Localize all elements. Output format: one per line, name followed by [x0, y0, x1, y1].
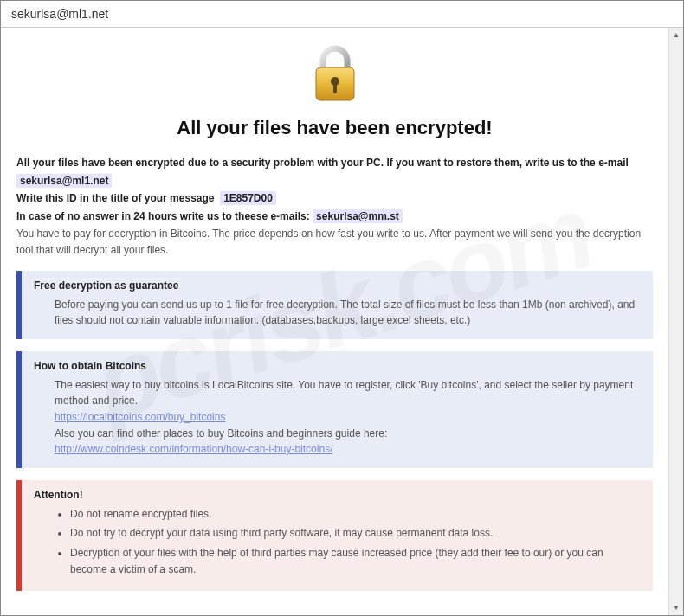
intro-line1: All your files have been encrypted due t… [16, 157, 629, 169]
svg-rect-2 [333, 83, 337, 93]
lock-icon [307, 43, 363, 108]
intro-id-prefix: Write this ID in the title of your messa… [16, 192, 215, 204]
window-title-text: sekurlsa@ml1.net [11, 7, 108, 21]
main-heading: All your files have been encrypted! [16, 117, 653, 139]
vertical-scrollbar[interactable]: ▲ ▼ [668, 28, 683, 615]
attention-list: Do not rename encrypted files. Do not tr… [55, 506, 641, 577]
window-titlebar: sekurlsa@ml1.net [1, 1, 683, 28]
btc-line1: The easiest way to buy bitcoins is Local… [55, 377, 641, 409]
content-wrap: All your files have been encrypted! All … [1, 28, 683, 615]
main-content: All your files have been encrypted! All … [1, 28, 668, 615]
panel-guarantee-title: Free decryption as guarantee [34, 279, 641, 292]
list-item: Do not rename encrypted files. [70, 506, 641, 523]
list-item: Do not try to decrypt your data using th… [70, 525, 641, 542]
list-item: Decryption of your files with the help o… [70, 545, 641, 577]
scroll-down-icon[interactable]: ▼ [669, 600, 683, 615]
intro-block: All your files have been encrypted due t… [16, 155, 653, 259]
panel-attention-title: Attention! [34, 489, 641, 501]
panel-guarantee: Free decryption as guarantee Before payi… [16, 271, 653, 339]
scroll-up-icon[interactable]: ▲ [669, 28, 683, 42]
panel-guarantee-body: Before paying you can send us up to 1 fi… [34, 297, 641, 329]
hero-section: All your files have been encrypted! [16, 36, 653, 139]
intro-email2: sekurlsa@mm.st [313, 209, 403, 223]
intro-email2-prefix: In case of no answer in 24 hours write u… [16, 210, 310, 222]
btc-line2: Also you can find other places to buy Bi… [55, 426, 641, 442]
panel-attention: Attention! Do not rename encrypted files… [16, 480, 653, 591]
ransom-window: sekurlsa@ml1.net [0, 0, 684, 616]
intro-payment-desc: You have to pay for decryption in Bitcoi… [16, 226, 653, 258]
intro-id-value: 1E857D00 [220, 191, 276, 205]
btc-link1[interactable]: https://localbitcoins.com/buy_bitcoins [55, 411, 225, 423]
panel-bitcoins: How to obtain Bitcoins The easiest way t… [16, 351, 653, 468]
btc-link2[interactable]: http://www.coindesk.com/information/how-… [55, 443, 332, 455]
panel-bitcoins-title: How to obtain Bitcoins [34, 360, 641, 372]
intro-email1: sekurlsa@ml1.net [16, 174, 112, 188]
